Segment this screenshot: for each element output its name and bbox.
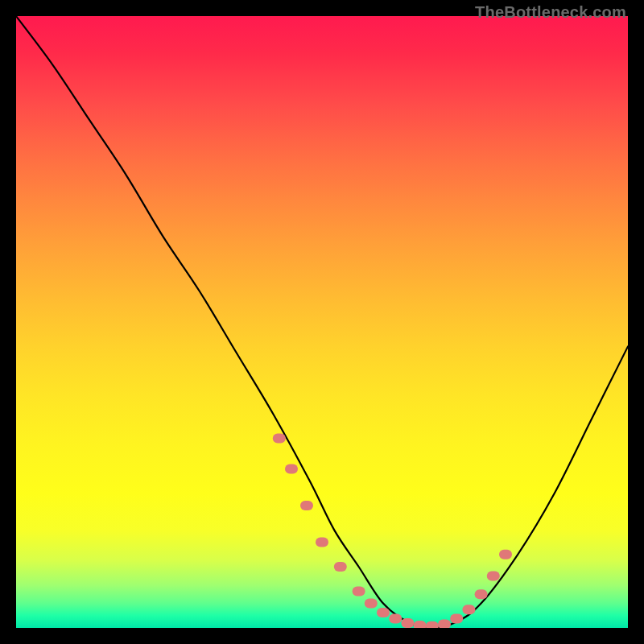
watermark-text: TheBottleneck.com bbox=[475, 3, 626, 22]
highlight-dot bbox=[462, 605, 475, 614]
highlight-dot bbox=[487, 571, 500, 580]
chart-plot-area bbox=[16, 16, 628, 628]
highlight-dot bbox=[273, 433, 286, 443]
highlight-dot bbox=[353, 586, 365, 596]
highlight-dot bbox=[316, 538, 328, 547]
chart-frame: TheBottleneck.com bbox=[0, 0, 644, 644]
highlight-dot bbox=[475, 589, 488, 599]
highlight-dot bbox=[285, 464, 298, 473]
highlight-dot bbox=[438, 619, 451, 628]
highlight-dot bbox=[365, 599, 378, 609]
highlight-dots bbox=[273, 433, 512, 628]
highlight-dot bbox=[300, 501, 313, 510]
bottleneck-curve bbox=[16, 16, 628, 628]
highlight-dot bbox=[426, 621, 439, 628]
chart-svg bbox=[16, 16, 628, 628]
highlight-dot bbox=[334, 562, 347, 572]
highlight-dot bbox=[401, 618, 414, 628]
highlight-dot bbox=[450, 614, 463, 624]
highlight-dot bbox=[499, 550, 512, 559]
highlight-dot bbox=[377, 608, 390, 617]
highlight-dot bbox=[414, 621, 427, 628]
highlight-dot bbox=[389, 614, 402, 624]
